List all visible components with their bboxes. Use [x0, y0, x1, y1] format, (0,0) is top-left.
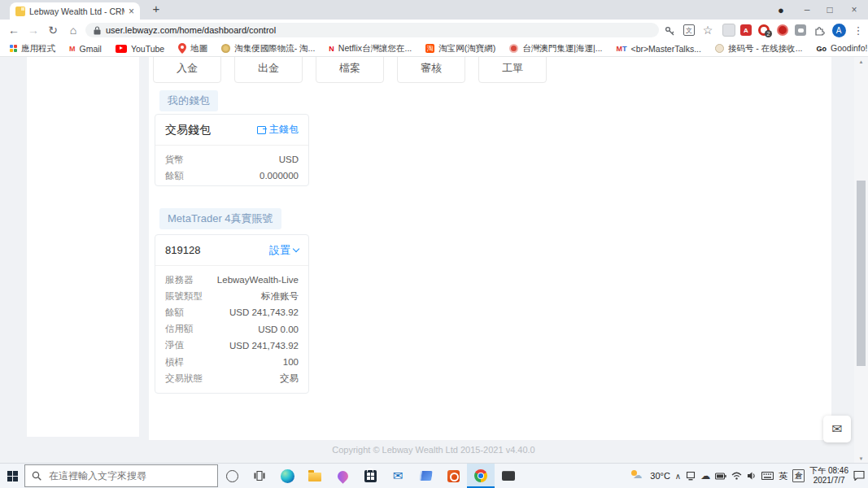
battery-icon[interactable]: [715, 473, 726, 480]
contact-mail-button[interactable]: ✉: [823, 416, 851, 442]
forward-icon[interactable]: →: [24, 20, 42, 41]
taskbar-search[interactable]: [24, 464, 218, 487]
bookmark-maps[interactable]: 地圖: [178, 43, 207, 54]
browser-toolbar: ← → ↻ ⌂ user.lebwayz.com/home/dashboard/…: [0, 20, 868, 41]
window-close-button[interactable]: ×: [844, 0, 864, 20]
windows-logo-icon: [7, 471, 18, 481]
file-explorer-icon: [308, 473, 321, 481]
mt4-row-trade-status: 交易狀態 交易: [165, 370, 299, 386]
profile-avatar[interactable]: A: [831, 20, 847, 41]
bookmark-logistics[interactable]: 淘集便國際物流- 淘...: [221, 43, 315, 54]
gmail-icon: M: [69, 45, 76, 53]
cortana-button[interactable]: [218, 464, 246, 488]
back-icon[interactable]: ←: [5, 20, 23, 41]
scroll-down-icon[interactable]: ▼: [854, 456, 868, 461]
extension-screenshot-icon[interactable]: [721, 20, 737, 41]
mt4-row-equity: 淨值 USD 241,743.92: [165, 338, 299, 354]
address-bar[interactable]: user.lebwayz.com/home/dashboard/control: [85, 23, 659, 37]
search-input[interactable]: [47, 469, 197, 482]
window-maximize-button[interactable]: □: [820, 0, 840, 20]
dark-app-button[interactable]: [495, 464, 522, 488]
action-card-deposit[interactable]: 入金: [153, 57, 221, 83]
extension-badge-icon[interactable]: 2: [756, 20, 772, 41]
file-explorer-button[interactable]: [301, 464, 329, 488]
bookmark-apps[interactable]: 應用程式: [10, 43, 55, 54]
extension-red-icon[interactable]: [774, 20, 791, 41]
ms-store-icon: [364, 470, 377, 482]
ms-store-button[interactable]: [356, 464, 384, 488]
touch-keyboard-icon[interactable]: [761, 472, 774, 480]
start-button[interactable]: [0, 464, 24, 488]
ime-language-indicator[interactable]: 英: [779, 470, 787, 482]
envelope-icon: ✉: [831, 421, 842, 437]
key-icon[interactable]: [661, 20, 678, 41]
paint3d-button[interactable]: [329, 464, 356, 488]
browser-menu-kebab-icon[interactable]: ⋮: [850, 20, 866, 41]
bookmark-mastertalks[interactable]: MT <br>MasterTalks...: [617, 44, 701, 54]
photos-button[interactable]: [412, 464, 439, 488]
browser-account-icon[interactable]: ●: [771, 0, 791, 20]
mail-icon: ✉: [393, 468, 403, 483]
photos-icon: [419, 471, 433, 481]
action-card-files[interactable]: 檔案: [316, 57, 384, 83]
reload-icon[interactable]: ↻: [44, 20, 62, 41]
bookmark-goodinfo[interactable]: Go Goodinfo!台灣股...: [816, 43, 868, 54]
main-wallet-link[interactable]: 主錢包: [257, 123, 299, 137]
tray-chevron-up-icon[interactable]: ∧: [675, 472, 681, 481]
wifi-icon[interactable]: [731, 472, 742, 480]
task-view-button[interactable]: [246, 464, 273, 488]
bookmark-taobao[interactable]: 淘 淘宝网(淘寶網): [425, 43, 495, 54]
home-icon[interactable]: ⌂: [64, 20, 82, 41]
action-center-icon[interactable]: [853, 471, 865, 481]
wallet-card-title: 交易錢包: [165, 123, 211, 137]
action-card-withdraw[interactable]: 出金: [234, 57, 303, 83]
logistics-icon: [221, 44, 230, 53]
scroll-up-icon[interactable]: ▲: [854, 59, 868, 64]
mt4-row-credit: 信用額 USD 0.00: [165, 321, 299, 338]
clock[interactable]: 下午 08:46 2021/7/7: [809, 466, 848, 486]
bookmark-youtube[interactable]: YouTube: [116, 44, 164, 54]
speaker-icon[interactable]: [747, 472, 757, 480]
mt4-row-account-type: 賬號類型 标准账号: [165, 288, 299, 304]
window-minimize-button[interactable]: –: [797, 0, 817, 20]
edge-button[interactable]: [273, 464, 301, 488]
office-button[interactable]: [439, 464, 467, 488]
tab-close-icon[interactable]: ×: [129, 6, 134, 17]
page-viewport: 入金 出金 檔案 審核 工單 我的錢包 交易錢包 主錢包 貨幣 USD: [0, 57, 868, 464]
device-icon[interactable]: [686, 472, 696, 481]
mt4-row-server: 服務器 LebwayWealth-Live: [165, 272, 299, 288]
url-text: user.lebwayz.com/home/dashboard/control: [106, 25, 276, 35]
extension-acrobat-icon[interactable]: A: [738, 20, 754, 41]
browser-tab[interactable]: Lebway Wealth Ltd - CRM Use ×: [10, 2, 140, 20]
clock-time: 下午 08:46: [809, 466, 848, 475]
mail-button[interactable]: ✉: [384, 464, 412, 488]
new-tab-button[interactable]: +: [148, 2, 164, 15]
action-card-review[interactable]: 審核: [397, 57, 465, 83]
taobao-icon: 淘: [425, 44, 434, 53]
windows-taskbar: ✉ ☁ 30°C ∧ ☁ 英: [0, 463, 868, 488]
youtube-icon: [116, 45, 127, 53]
mt4-account-card: 819128 設置 服務器 LebwayWealth-Live 賬號類型 标准账…: [155, 234, 309, 394]
bookmark-netflix[interactable]: N Netflix台灣讓您在...: [329, 43, 412, 54]
mt4-settings-dropdown[interactable]: 設置: [269, 243, 299, 258]
bookmark-star-icon[interactable]: ☆: [700, 20, 716, 41]
page-scrollbar[interactable]: ▲ ▼: [854, 57, 868, 464]
translate-icon[interactable]: 文: [681, 20, 697, 41]
chrome-button[interactable]: [467, 464, 495, 488]
action-card-ticket[interactable]: 工單: [478, 57, 547, 83]
temperature-label[interactable]: 30°C: [650, 471, 670, 481]
map-pin-icon: [178, 43, 186, 54]
extension-line-icon[interactable]: [792, 20, 809, 41]
paint3d-icon: [335, 468, 350, 483]
chevron-down-icon: [293, 246, 299, 252]
section-badge-mt4: MetaTrader 4真實賬號: [159, 208, 281, 229]
extensions-puzzle-icon[interactable]: [811, 20, 827, 41]
scrollbar-thumb[interactable]: [857, 181, 866, 366]
bookmark-smscode[interactable]: 接码号 - 在线接收...: [715, 43, 803, 54]
onedrive-cloud-icon[interactable]: ☁: [700, 470, 710, 481]
bookmark-gmail[interactable]: M Gmail: [69, 44, 102, 54]
ime-mode-indicator[interactable]: 倉: [792, 469, 805, 482]
sms-code-icon: [715, 44, 724, 53]
bookmark-shipping[interactable]: 台灣澳門集運|海運|...: [509, 43, 602, 54]
weather-icon[interactable]: ☁: [630, 470, 645, 481]
